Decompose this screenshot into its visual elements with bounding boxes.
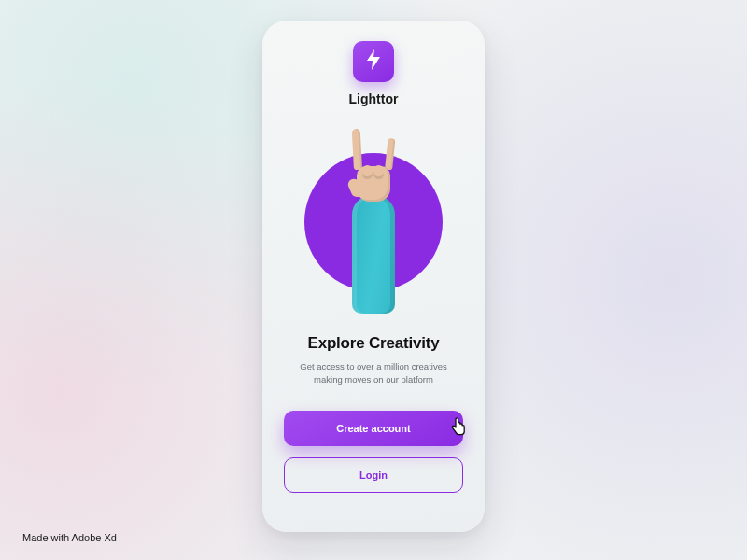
login-button[interactable]: Login	[284, 457, 463, 493]
cursor-pointer-icon	[448, 416, 469, 437]
create-account-label: Create account	[336, 423, 410, 434]
create-account-button[interactable]: Create account	[284, 411, 463, 446]
app-name: Lighttor	[349, 91, 399, 106]
headline: Explore Creativity	[308, 334, 440, 353]
attribution-text: Made with Adobe Xd	[22, 532, 117, 543]
app-icon	[353, 41, 394, 82]
hero-sleeve	[352, 196, 395, 314]
subtext: Get access to over a million creatives m…	[289, 360, 458, 386]
login-label: Login	[359, 469, 388, 481]
rock-hand-icon	[351, 136, 396, 202]
hero-illustration	[301, 129, 446, 315]
phone-mockup: Lighttor Explore Creativity Get access t…	[262, 21, 485, 532]
lightning-icon	[364, 49, 383, 75]
